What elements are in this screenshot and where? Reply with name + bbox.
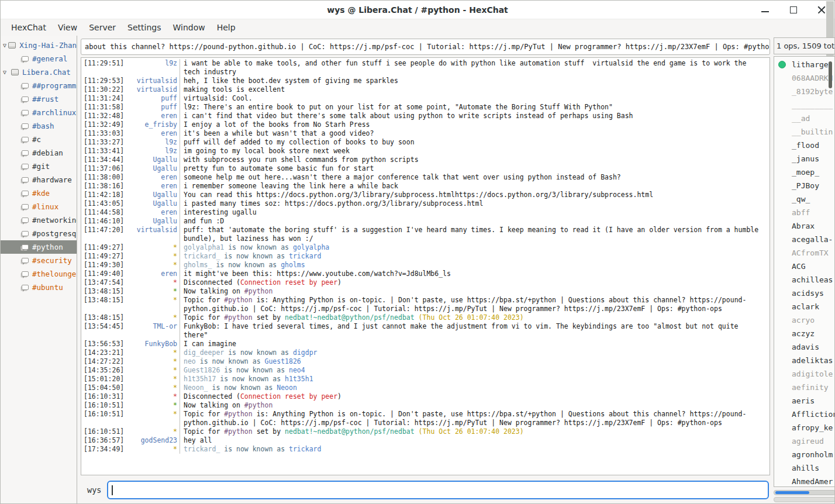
user-list-item[interactable]: aczyz: [774, 327, 835, 340]
user-list-item[interactable]: AhmedAmer: [774, 475, 835, 487]
message-segment-new: trickard: [289, 252, 321, 260]
userlist-scrollbar[interactable]: [827, 57, 833, 486]
nick: e_frisby: [145, 120, 177, 129]
sidebar-item-hardware[interactable]: #hardware: [1, 173, 77, 187]
input-bar: wys: [81, 475, 770, 504]
sidebar-server-liberachat[interactable]: ▽Libera.Chat: [1, 65, 77, 79]
user-list[interactable]: litharge068AADRKN_8192byte___________ad_…: [774, 56, 835, 487]
message-segment-m: [415, 427, 419, 436]
user-list-item[interactable]: _moep_: [774, 165, 835, 179]
sidebar-item-postgresql[interactable]: #postgresql: [1, 227, 77, 240]
sidebar-item-security[interactable]: #security: [1, 254, 77, 267]
user-list-item[interactable]: afropy_ke: [774, 421, 835, 434]
sidebar-item-ubuntu[interactable]: #ubuntu: [1, 281, 77, 294]
menu-server[interactable]: Server: [83, 21, 122, 34]
userlist-scrollbar-thumb[interactable]: [829, 61, 832, 88]
user-list-item[interactable]: Affliction: [774, 408, 835, 421]
user-list-item[interactable]: acegalla-: [774, 233, 835, 246]
sidebar-item-general[interactable]: #general: [1, 52, 77, 65]
event-star: *: [173, 252, 177, 261]
user-list-item[interactable]: aeris: [774, 394, 835, 408]
menu-hexchat[interactable]: HexChat: [5, 21, 52, 34]
menu-settings[interactable]: Settings: [122, 21, 167, 34]
user-list-item[interactable]: __builtin: [774, 125, 835, 139]
sidebar-item-bash[interactable]: #bash: [1, 119, 77, 133]
tree-expander-icon[interactable]: ▽: [3, 42, 8, 49]
message-text: hey all: [180, 436, 761, 445]
sidebar-item-thelounge[interactable]: #thelounge: [1, 267, 77, 281]
sidebar-item-kde[interactable]: #kde: [1, 187, 77, 200]
user-list-item[interactable]: ACfromTX: [774, 246, 835, 260]
user-nick: adavis: [792, 343, 819, 351]
event-star: *: [173, 278, 177, 287]
user-list-item[interactable]: litharge: [774, 58, 835, 71]
channel-label: #debian: [32, 149, 63, 157]
sidebar-item-linux[interactable]: #linux: [1, 200, 77, 213]
chat-line: [11:49:27]*golyalpha1 is now known as go…: [84, 243, 770, 252]
message-segment-m: Topic for: [184, 296, 224, 304]
user-list-item[interactable]: agireud: [774, 434, 835, 448]
chat-line-meta: [11:34:44]Ugallu: [84, 156, 177, 164]
sidebar-item-archlinux[interactable]: #archlinux: [1, 106, 77, 119]
menu-help[interactable]: Help: [211, 21, 241, 34]
message-segment-old: trickard_: [184, 445, 220, 453]
event-star: *: [173, 410, 177, 419]
user-list-item[interactable]: _PJBoy: [774, 179, 835, 192]
user-list-item[interactable]: agronholm: [774, 448, 835, 461]
message-segment-m: Disconnected (: [184, 392, 240, 401]
sidebar-item-networking[interactable]: #networking: [1, 213, 77, 227]
topic-bar[interactable]: about this channel? https://pound-python…: [81, 39, 770, 55]
chat-line-meta: [13:48:15]*: [84, 287, 177, 296]
user-list-item[interactable]: __ad: [774, 112, 835, 125]
minimize-button[interactable]: [760, 4, 771, 16]
user-list-item[interactable]: adigitole: [774, 367, 835, 381]
sidebar-item-c[interactable]: #c: [1, 133, 77, 146]
user-list-item[interactable]: _qw_: [774, 192, 835, 206]
user-list-item[interactable]: acidsys: [774, 286, 835, 300]
maximize-button[interactable]: [788, 4, 799, 16]
close-button[interactable]: [816, 4, 827, 16]
channel-label: #kde: [32, 189, 50, 198]
menu-view[interactable]: View: [52, 21, 83, 34]
user-list-item[interactable]: adeliktas: [774, 354, 835, 367]
menu-window[interactable]: Window: [167, 21, 211, 34]
sidebar-server-xinghaizhan[interactable]: ▽Xing-Hai-Zhan: [1, 39, 77, 52]
sidebar-item-python[interactable]: #python: [1, 240, 77, 254]
nick: Ugallu: [153, 156, 177, 164]
user-list-item[interactable]: adavis: [774, 340, 835, 354]
message-text: golyalpha1 is now known as golyalpha: [180, 243, 761, 252]
user-list-item[interactable]: _flood: [774, 139, 835, 152]
tree-expander-icon[interactable]: ▽: [3, 69, 11, 75]
userlist-horizontal-scrollbar[interactable]: [774, 490, 835, 495]
user-list-item[interactable]: 068AADRKN: [774, 71, 835, 85]
chat-line-meta: [11:43:05]Ugallu: [84, 199, 177, 208]
sidebar-item-programming[interactable]: ##programming: [1, 79, 77, 92]
message-input[interactable]: [107, 481, 769, 499]
event-star: *: [173, 357, 177, 366]
user-list-item[interactable]: abff: [774, 206, 835, 219]
user-list-item[interactable]: _janus: [774, 152, 835, 165]
user-list-item[interactable]: achilleas: [774, 273, 835, 286]
user-list-item[interactable]: aclark: [774, 300, 835, 313]
message-segment-m: is: Anything Python is on-topic. | Don't…: [184, 410, 746, 427]
user-list-item[interactable]: Abrax: [774, 219, 835, 233]
sidebar-item-git[interactable]: #git: [1, 160, 77, 173]
userlist-horizontal-scrollbar-thumb[interactable]: [775, 491, 809, 494]
chat-log[interactable]: [11:29:51]l9zi want be able to make tool…: [81, 57, 770, 475]
user-list-item[interactable]: aefinity: [774, 381, 835, 394]
message-segment-m: [415, 313, 419, 322]
chat-line-meta: [15:04:50]*: [84, 384, 177, 392]
sidebar-item-rust[interactable]: ##rust: [1, 92, 77, 106]
user-list-item[interactable]: acryo: [774, 313, 835, 327]
user-list-item[interactable]: ahills: [774, 461, 835, 475]
message-segment-old: dig_deeper: [184, 348, 224, 357]
user-list-item[interactable]: ACG: [774, 260, 835, 273]
message-text: Disconnected (Connection reset by peer): [180, 392, 761, 401]
message-segment-new: trickard: [289, 445, 321, 453]
server-tree[interactable]: ▽Xing-Hai-Zhan#general▽Libera.Chat##prog…: [1, 36, 77, 504]
chat-line-meta: [15:01:20]*: [84, 375, 177, 384]
user-list-item[interactable]: _8192byte: [774, 85, 835, 98]
message-segment-new: digdpr: [293, 348, 318, 357]
user-list-item[interactable]: _________: [774, 98, 835, 112]
sidebar-item-debian[interactable]: #debian: [1, 146, 77, 160]
